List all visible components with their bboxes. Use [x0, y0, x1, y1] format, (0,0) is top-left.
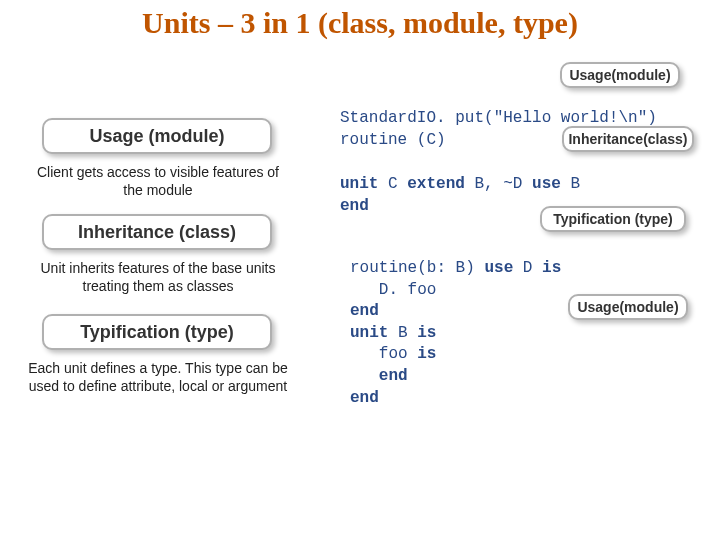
slide: Units – 3 in 1 (class, module, type) Usa…: [0, 0, 720, 540]
code-block-3: routine(b: B) use D is D. foo end unit B…: [350, 258, 561, 409]
desc-inheritance-class: Unit inherits features of the base units…: [26, 260, 290, 295]
tag-usage-module-mid: Usage(module): [568, 294, 688, 320]
code-text: routine (C): [340, 131, 446, 149]
code-text: D. foo: [350, 281, 436, 299]
heading-usage-module: Usage (module): [42, 118, 272, 154]
code-keyword: extend: [407, 175, 465, 193]
code-text: B: [561, 175, 580, 193]
heading-typification-type: Typification (type): [42, 314, 272, 350]
code-text: B: [388, 324, 417, 342]
code-text: B, ~D: [465, 175, 532, 193]
code-text: foo: [350, 345, 417, 363]
code-keyword: unit: [350, 324, 388, 342]
code-text: [350, 367, 379, 385]
slide-title: Units – 3 in 1 (class, module, type): [0, 6, 720, 40]
code-keyword: unit: [340, 175, 378, 193]
code-keyword: end: [350, 389, 379, 407]
code-keyword: is: [417, 345, 436, 363]
code-text: D: [513, 259, 542, 277]
tag-inheritance-class: Inheritance(class): [562, 126, 694, 152]
code-text: routine(b: B): [350, 259, 484, 277]
tag-typification-type: Typification (type): [540, 206, 686, 232]
code-keyword: end: [340, 197, 369, 215]
code-keyword: is: [417, 324, 436, 342]
code-text: IO. put("Hello world!\n"): [417, 109, 657, 127]
code-keyword: end: [350, 302, 379, 320]
code-keyword: use: [484, 259, 513, 277]
desc-typification-type: Each unit defines a type. This type can …: [26, 360, 290, 395]
code-text: Standard: [340, 109, 417, 127]
code-keyword: use: [532, 175, 561, 193]
tag-usage-module-top: Usage(module): [560, 62, 680, 88]
code-text: C: [378, 175, 407, 193]
code-keyword: is: [542, 259, 561, 277]
desc-usage-module: Client gets access to visible features o…: [26, 164, 290, 199]
code-keyword: end: [379, 367, 408, 385]
heading-inheritance-class: Inheritance (class): [42, 214, 272, 250]
